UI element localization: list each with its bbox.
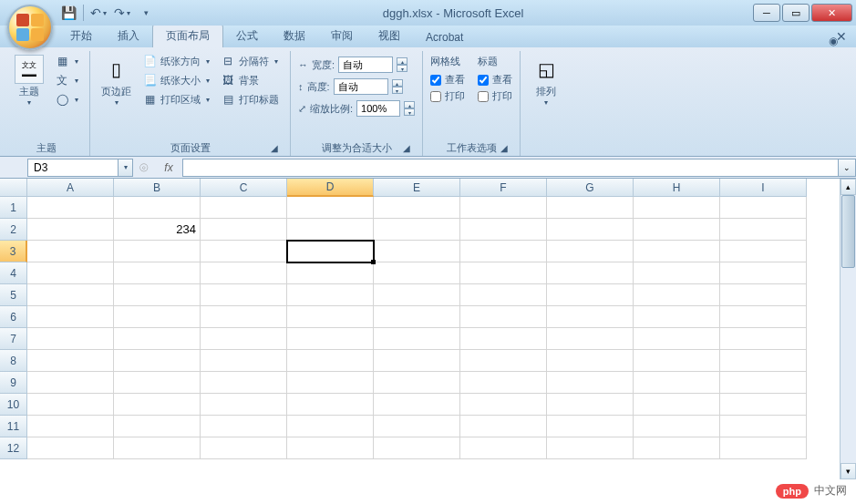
cancel-icon[interactable]: ⦾ [133,159,155,177]
cell[interactable] [27,262,114,284]
arrange-button[interactable]: ◱ 排列 ▾ [528,53,564,108]
row-header[interactable]: 12 [0,437,27,459]
spin-up[interactable]: ▴ [397,57,407,65]
save-icon[interactable]: 💾 [59,4,77,22]
cell[interactable] [201,437,287,459]
tab-formulas[interactable]: 公式 [223,25,271,47]
cell[interactable] [634,284,720,306]
cell[interactable] [547,394,634,416]
cell[interactable] [547,328,634,350]
document-close-button[interactable]: ✕ [832,29,851,44]
size-button[interactable]: 📃纸张大小 [139,72,213,88]
orientation-button[interactable]: 📄纸张方向 [139,53,213,69]
print-area-button[interactable]: ▦打印区域 [139,91,213,108]
formula-bar-expand[interactable]: ⌄ [838,159,856,177]
cell[interactable] [287,372,374,394]
cell[interactable] [374,219,460,241]
tab-review[interactable]: 审阅 [318,25,366,47]
select-all-corner[interactable] [0,179,27,197]
cell[interactable] [547,262,634,284]
cell[interactable] [720,416,807,437]
cell[interactable] [374,350,460,372]
cell[interactable] [27,219,114,241]
column-header[interactable]: H [634,179,720,197]
cell[interactable] [374,306,460,328]
cell[interactable] [287,219,374,241]
cell[interactable] [720,328,807,350]
spin-down[interactable]: ▾ [397,65,407,72]
cell[interactable] [374,262,460,284]
background-button[interactable]: 🖼背景 [217,72,283,88]
cell[interactable] [547,197,634,219]
cell[interactable] [634,219,720,241]
name-box[interactable]: D3 [27,159,119,177]
formula-input[interactable] [182,159,838,177]
tab-data[interactable]: 数据 [271,25,318,47]
cell[interactable] [287,416,374,437]
column-header[interactable]: C [201,179,287,197]
row-header[interactable]: 4 [0,262,27,284]
breaks-button[interactable]: ⊟分隔符 [217,53,283,69]
cell[interactable] [460,219,547,241]
cell[interactable] [547,350,634,372]
cell[interactable] [287,437,374,459]
row-header[interactable]: 7 [0,328,27,350]
column-header[interactable]: I [720,179,807,197]
theme-colors-button[interactable]: ▦ [51,53,82,69]
cell[interactable] [27,437,114,459]
cell[interactable] [720,306,807,328]
cell[interactable] [374,241,460,262]
cell[interactable] [634,394,720,416]
row-header[interactable]: 11 [0,416,27,437]
cell[interactable] [201,197,287,219]
cell[interactable] [460,416,547,437]
cell[interactable] [287,262,374,284]
cell[interactable] [547,219,634,241]
column-header[interactable]: F [460,179,547,197]
cell[interactable]: 234 [114,219,201,241]
cell[interactable] [27,372,114,394]
cell[interactable] [720,219,807,241]
redo-button[interactable]: ↷ [113,4,131,22]
cell[interactable] [720,284,807,306]
minimize-button[interactable]: ─ [753,4,780,22]
column-header[interactable]: B [114,179,201,197]
headings-print-checkbox[interactable]: 打印 [478,89,512,103]
column-header[interactable]: D [287,179,374,197]
cell[interactable] [720,262,807,284]
cell[interactable] [634,350,720,372]
row-header[interactable]: 10 [0,394,27,416]
cell[interactable] [547,284,634,306]
cell[interactable] [720,350,807,372]
cell[interactable] [460,350,547,372]
scroll-thumb[interactable] [841,195,855,268]
tab-acrobat[interactable]: Acrobat [413,27,476,47]
row-header[interactable]: 3 [0,241,27,262]
cell[interactable] [27,328,114,350]
scroll-down-button[interactable]: ▾ [841,463,856,479]
cell[interactable] [720,372,807,394]
cell[interactable] [374,284,460,306]
cell[interactable] [201,219,287,241]
cell[interactable] [460,262,547,284]
cell[interactable] [547,437,634,459]
theme-effects-button[interactable]: ◯ [51,91,82,108]
cell[interactable] [114,262,201,284]
row-header[interactable]: 1 [0,197,27,219]
cell[interactable] [374,416,460,437]
cell[interactable] [114,306,201,328]
margins-button[interactable]: ▯ 页边距 ▾ [98,53,135,108]
gridlines-view-checkbox[interactable]: 查看 [430,73,465,87]
dialog-launcher-icon[interactable]: ◢ [400,141,413,154]
cell[interactable] [634,416,720,437]
dialog-launcher-icon[interactable]: ◢ [268,141,281,154]
cell[interactable] [460,284,547,306]
tab-page-layout[interactable]: 页面布局 [152,24,223,47]
cell[interactable] [634,328,720,350]
cell[interactable] [460,197,547,219]
spin-up[interactable]: ▴ [392,79,403,87]
cell[interactable] [374,394,460,416]
cell[interactable] [460,328,547,350]
vertical-scrollbar[interactable]: ▴ ▾ [840,179,856,479]
cell[interactable] [201,328,287,350]
